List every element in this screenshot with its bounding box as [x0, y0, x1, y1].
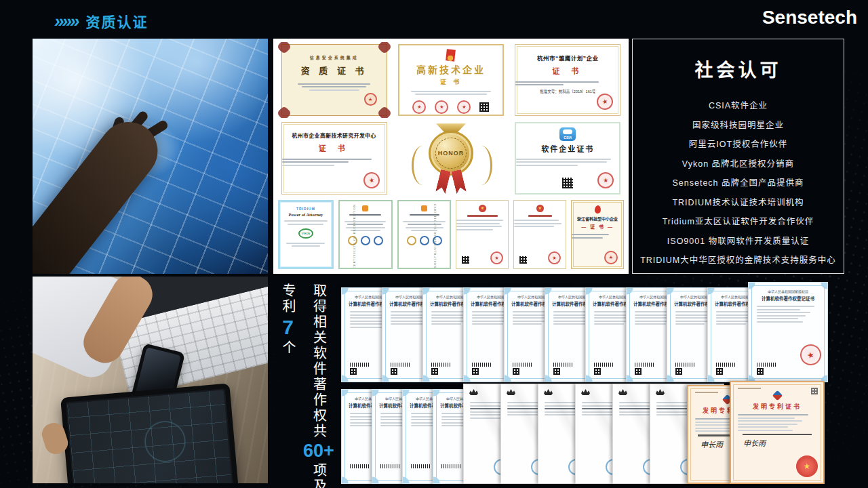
patent-count: 7: [282, 317, 294, 338]
flame-logo-icon: [594, 205, 601, 214]
medal-ribbons: [438, 170, 464, 193]
barcode-icon: [594, 363, 614, 367]
honor-medal-cell: HONOR: [393, 120, 508, 196]
ribbon-icon: [451, 169, 467, 195]
certificates-panel: 信息安全系统集成 资 质 证 书 ★ 高新技术企业 证 书: [273, 39, 629, 274]
ornament-corner-icon: [376, 106, 391, 118]
cert-title: 软件企业证书: [541, 143, 594, 154]
cert-row-3: TRIDIUM Power of Attorney VYKON CERTIFIC…: [277, 199, 625, 270]
tablet: [60, 383, 239, 483]
qr-code-icon: [675, 368, 682, 375]
cert-title-bar: [467, 215, 498, 217]
red-seal-icon: ★: [364, 93, 377, 106]
commissioner-signature: 申长雨: [743, 437, 823, 448]
header: »»» 资质认证: [54, 11, 148, 31]
cert-business-license-2: ★ ★: [513, 200, 566, 269]
copyright-count: 60+: [303, 442, 334, 460]
australia-coat-of-arms-icon: [581, 389, 590, 395]
redacted-text-lines: [399, 89, 502, 97]
barcode-icon: [635, 363, 655, 367]
social-item: CSIA软件企业: [633, 98, 844, 111]
qr-code-icon: [391, 368, 397, 375]
copyright-caption: 取得相关软件著作权共: [311, 283, 326, 439]
social-item: ISO9001 物联网软件开发质量认证: [633, 234, 844, 247]
cert-title: 高新技术企业: [416, 62, 486, 76]
qr-code-icon: [472, 368, 479, 375]
tridium-brand-label: TRIDIUM: [296, 207, 315, 211]
cert-business-license-1: ★ ★: [456, 200, 509, 269]
cert-header: 中华人民共和国国家版权局: [749, 289, 827, 293]
qr-code-icon: [594, 368, 601, 375]
red-star-seal-icon: ★: [798, 342, 824, 368]
red-seal-icon: ★: [361, 171, 380, 190]
eagle-plan-certificate: 杭州市“雏鹰计划”企业 证 书 批准文号：杭科高〔2019〕161号 ★: [515, 44, 620, 116]
redacted-text-lines: [278, 219, 334, 227]
cert-doc-number: 批准文号：杭科高〔2019〕161号: [540, 89, 595, 94]
barcode-icon: [431, 363, 452, 367]
social-item: Vykon 品牌北区授权分销商: [633, 157, 844, 169]
patent-certificates-row: 中华人民共和国国家版权局 计算机软件著作权登记证书 中华人民共和国国家版权局 计…: [341, 382, 825, 484]
registrar-logo-icon: [362, 205, 368, 211]
cert-title-bar: [528, 215, 552, 217]
social-panel-title: 社会认可: [633, 56, 844, 82]
tablet-blueprint-screen: [67, 390, 233, 483]
cert-subtitle: 证 书: [552, 65, 583, 76]
patent-unit: 个: [280, 340, 296, 356]
cert-title: 浙江省科技型中小企业: [577, 216, 618, 222]
national-emblem-icon: ★: [536, 205, 544, 212]
qr-code-icon: [635, 368, 642, 375]
seal-row: ★ ★ ★: [412, 100, 489, 114]
cert-subtitle: 证 书: [319, 142, 350, 153]
barcode-icon: [716, 363, 736, 367]
social-recognition-panel: 社会认可 CSIA软件企业 国家级科技园明星企业 阿里云IOT授权合作伙伴 Vy…: [632, 39, 844, 274]
rnd-center-certificate: 杭州市企业高新技术研究开发中心 证 书 ★: [281, 122, 387, 194]
software-enterprise-certificate: CSIA 软件企业证书 ★: [515, 122, 620, 194]
qr-code-icon: [462, 256, 469, 264]
social-item: Sensetech 品牌全国产品提供商: [633, 176, 844, 188]
copyright-count-column: 取得相关软件著作权共 60+ 项及: [303, 283, 334, 488]
cert-iso-registration-1: CERTIFICATE OF REGISTRATION: [338, 200, 393, 269]
medal-inner-ring: HONOR: [435, 138, 467, 169]
redacted-text-lines: [456, 218, 509, 232]
qr-code-icon: [431, 368, 438, 375]
patent-label: 专利: [280, 283, 296, 314]
barcode-icon: [757, 363, 777, 367]
ornament-corner-icon: [277, 106, 292, 118]
flame-logo-icon: [446, 49, 456, 61]
patent-count-column: 专利 7 个: [280, 283, 296, 488]
qr-code-icon: [811, 388, 818, 394]
patents-panel: 专利 7 个 取得相关软件著作权共 60+ 项及 中华人民共和国国家版权局 计算…: [273, 277, 846, 483]
cert-row-1: 信息安全系统集成 资 质 证 书 ★ 高新技术企业 证 书: [277, 42, 625, 118]
national-emblem-icon: ★: [479, 205, 486, 212]
cnipa-logo-icon: [772, 390, 783, 401]
qr-code-icon: [562, 178, 573, 188]
barcode-icon: [350, 363, 370, 367]
ornament-corner-icon: [376, 42, 391, 54]
medal-label: HONOR: [438, 150, 465, 157]
red-seal-icon: ★: [595, 92, 614, 111]
social-item: TRIDIUM技术认证技术培训机构: [633, 195, 844, 208]
cert-row-2: 杭州市企业高新技术研究开发中心 证 书 ★ HONOR: [277, 120, 625, 196]
ornament-corner-icon: [277, 42, 292, 54]
cert-sme: 浙江省科技型中小企业 — 证 书 — ★: [571, 200, 624, 269]
copyright-caption-tail: 项及: [311, 463, 326, 488]
qr-code-icon: [716, 368, 723, 375]
redacted-text-lines: [278, 241, 334, 249]
barcode-icon: [675, 363, 696, 367]
qr-code-icon: [553, 368, 560, 375]
qr-code-icon: [479, 102, 489, 112]
red-seal-icon: ★: [435, 100, 448, 114]
qr-code-icon: [519, 256, 527, 264]
red-seal-icon: ★: [604, 251, 618, 264]
triple-chevron-icon: »»»: [54, 12, 77, 30]
brand-logo: Sensetech: [762, 7, 857, 28]
cert-power-of-attorney: TRIDIUM Power of Attorney VYKON: [278, 200, 334, 269]
cert-hightech: 高新技术企业 证 书 ★ ★ ★: [393, 42, 508, 118]
copyright-certificates-row: 中华人民共和国国家版权局 计算机软件著作权登记证书 中华人民共和国国家版权局 计…: [341, 281, 828, 382]
gold-seal-icon: [407, 236, 416, 245]
barcode-icon: [411, 464, 431, 468]
ribbon-icon: [435, 169, 451, 195]
australia-coat-of-arms-icon: [469, 389, 478, 395]
social-item: 阿里云IOT授权合作伙伴: [633, 137, 844, 150]
red-seal-icon: ★: [490, 250, 505, 265]
